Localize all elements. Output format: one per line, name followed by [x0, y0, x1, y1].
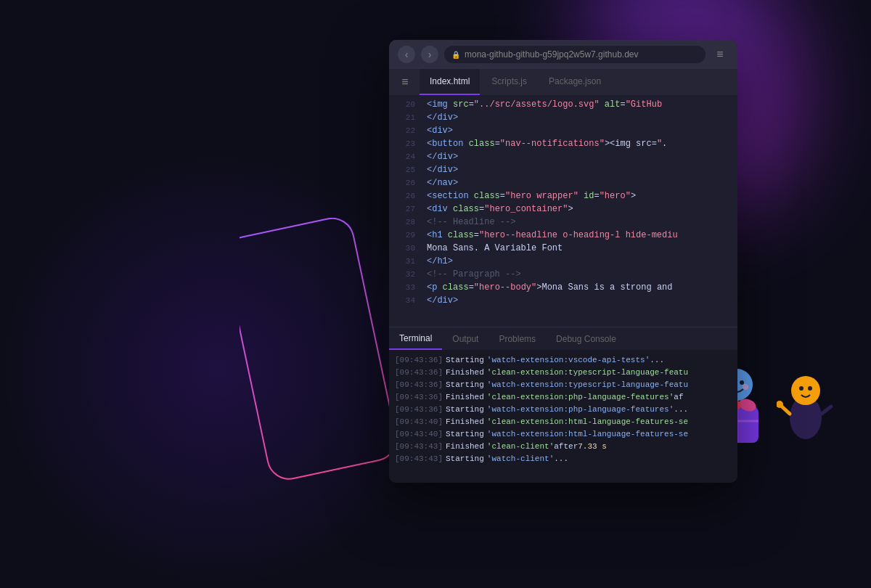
code-line: 26 <section class="hero wrapper" id="her… [389, 189, 737, 203]
back-button[interactable]: ‹ [398, 46, 415, 63]
terminal-line: [09:43:36] Finished 'clean-extension:php… [395, 391, 732, 404]
svg-point-3 [799, 386, 803, 391]
code-line: 21 </div> [389, 111, 737, 124]
title-bar: ‹ › 🔒 mona-github-github-g59jpq2w5w7.git… [389, 40, 737, 69]
terminal-tab-output[interactable]: Output [442, 327, 488, 350]
terminal-line: [09:43:36] Starting 'watch-extension:typ… [395, 379, 732, 391]
terminal-tab-terminal[interactable]: Terminal [389, 327, 442, 350]
terminal-tab-debug-console[interactable]: Debug Console [546, 327, 626, 350]
code-line: 31 </h1> [389, 255, 737, 268]
svg-point-18 [743, 384, 748, 390]
terminal-line: [09:43:43] Finished 'clean-client' after… [395, 441, 732, 453]
tab-scripts-js[interactable]: Scripts.js [481, 69, 537, 95]
tab-bar: ≡ Index.html Scripts.js Package.json [389, 69, 737, 95]
lock-icon: 🔒 [451, 51, 460, 59]
code-line: 32 <!-- Paragraph --> [389, 268, 737, 281]
code-line: 26 </nav> [389, 176, 737, 189]
forward-button[interactable]: › [421, 46, 438, 63]
terminal-area: TerminalOutputProblemsDebug Console [09:… [389, 327, 737, 483]
code-line: 25 </div> [389, 163, 737, 176]
code-line: 34 </div> [389, 294, 737, 307]
vscode-window: ‹ › 🔒 mona-github-github-g59jpq2w5w7.git… [389, 40, 737, 483]
tab-package-json[interactable]: Package.json [539, 69, 611, 95]
menu-button[interactable]: ≡ [711, 46, 729, 63]
code-line: 27 <div class="hero_container"> [389, 203, 737, 216]
terminal-line: [09:43:43] Starting 'watch-client'... [395, 453, 732, 465]
address-bar[interactable]: 🔒 mona-github-github-g59jpq2w5w7.github.… [444, 46, 706, 63]
tab-label-1: Scripts.js [491, 76, 527, 86]
tab-label-2: Package.json [549, 76, 601, 86]
code-line: 22 <div> [389, 124, 737, 137]
code-editor: 20<img src="../src/assets/logo.svg" alt=… [389, 95, 737, 327]
terminal-line: [09:43:36] Finished 'clean-extension:typ… [395, 367, 732, 379]
svg-point-16 [740, 380, 744, 385]
svg-line-6 [822, 407, 831, 414]
terminal-tab-problems[interactable]: Problems [488, 327, 546, 350]
code-line: 24 </div> [389, 150, 737, 163]
sidebar-icon[interactable]: ≡ [392, 69, 418, 95]
terminal-line: [09:43:36] Starting 'watch-extension:vsc… [395, 354, 732, 367]
code-line: 30 Mona Sans. A Variable Font [389, 242, 737, 255]
terminal-line: [09:43:40] Finished 'clean-extension:htm… [395, 416, 732, 428]
url-text: mona-github-github-g59jpq2w5w7.github.de… [465, 49, 639, 60]
svg-point-4 [808, 386, 812, 391]
terminal-content: [09:43:36] Starting 'watch-extension:vsc… [389, 350, 737, 483]
code-line: 29 <h1 class="hero--headline o-heading-l… [389, 229, 737, 242]
terminal-line: [09:43:40] Starting 'watch-extension:htm… [395, 428, 732, 441]
svg-rect-0 [240, 218, 399, 483]
tab-label-0: Index.html [430, 76, 470, 86]
code-line: 33 <p class="hero--body">Mona Sans is a … [389, 281, 737, 294]
mascot-character-1 [777, 363, 835, 450]
terminal-tabs: TerminalOutputProblemsDebug Console [389, 327, 737, 350]
tab-index-html[interactable]: Index.html [420, 69, 480, 95]
svg-point-2 [791, 376, 820, 405]
terminal-line: [09:43:36] Starting 'watch-extension:php… [395, 404, 732, 416]
code-line: 23 <button class="nav--notifications"><i… [389, 137, 737, 150]
code-line: 28 <!-- Headline --> [389, 216, 737, 229]
code-line: 20<img src="../src/assets/logo.svg" alt=… [389, 98, 737, 111]
geo-decoration [240, 218, 399, 494]
